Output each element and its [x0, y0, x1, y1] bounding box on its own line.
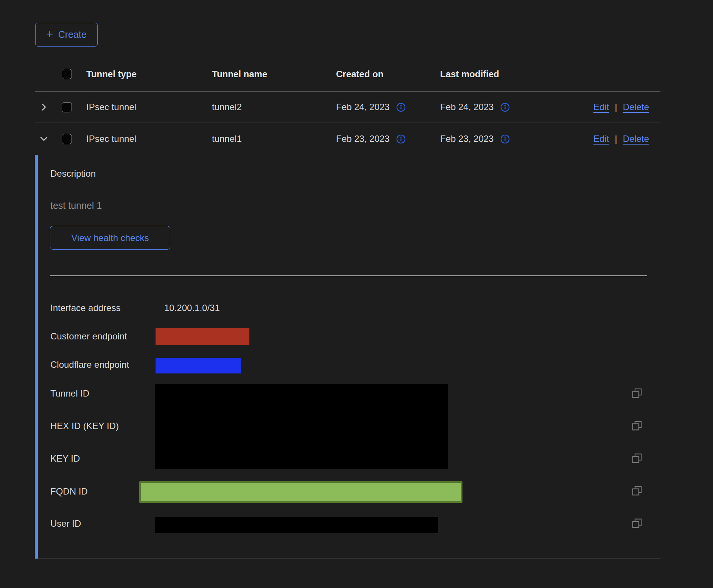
view-health-checks-label: View health checks: [71, 233, 149, 243]
header-checkbox-cell: [56, 69, 86, 79]
key-id-label: KEY ID: [50, 453, 80, 464]
customer-endpoint-label: Customer endpoint: [50, 331, 127, 342]
edit-link[interactable]: Edit: [593, 134, 609, 144]
plus-icon: +: [46, 28, 53, 40]
user-id-label: User ID: [50, 518, 81, 529]
cloudflare-endpoint-label: Cloudflare endpoint: [50, 359, 129, 370]
created-on-value: Feb 24, 2023: [336, 102, 389, 112]
tunnel-detail-panel: Description test tunnel 1 View health ch…: [35, 155, 660, 559]
fqdn-id-redacted-value: [139, 481, 462, 503]
last-modified-value: Feb 23, 2023: [440, 134, 493, 144]
interface-address-value: 10.200.1.0/31: [164, 303, 220, 313]
copy-icon[interactable]: [631, 453, 643, 464]
tunnel-name-cell: tunnel2: [212, 102, 336, 112]
copy-icon[interactable]: [631, 420, 643, 431]
info-icon[interactable]: [396, 103, 406, 112]
row-checkbox[interactable]: [62, 102, 72, 112]
table-row: IPsec tunnel tunnel2 Feb 24, 2023 Feb 24…: [35, 92, 660, 123]
copy-icon[interactable]: [631, 387, 643, 399]
chevron-down-icon[interactable]: [39, 134, 49, 144]
create-button-label: Create: [58, 29, 87, 40]
ids-redacted-value: [155, 384, 448, 469]
delete-link[interactable]: Delete: [623, 134, 649, 144]
fqdn-id-label: FQDN ID: [50, 486, 88, 497]
header-last-modified: Last modified: [440, 69, 549, 79]
tunnel-type-cell: IPsec tunnel: [86, 102, 212, 112]
header-tunnel-type: Tunnel type: [86, 69, 212, 79]
view-health-checks-button[interactable]: View health checks: [50, 226, 170, 250]
copy-icon[interactable]: [631, 485, 643, 496]
select-all-checkbox[interactable]: [62, 69, 72, 79]
hex-id-label: HEX ID (KEY ID): [50, 421, 119, 431]
tunnel-id-label: Tunnel ID: [50, 388, 89, 399]
info-icon[interactable]: [500, 134, 510, 144]
action-separator: |: [615, 102, 617, 112]
interface-address-label: Interface address: [50, 303, 120, 313]
tunnel-type-cell: IPsec tunnel: [86, 134, 212, 144]
last-modified-value: Feb 24, 2023: [440, 102, 493, 112]
tunnel-name-cell: tunnel1: [212, 134, 336, 144]
description-label: Description: [50, 168, 96, 179]
create-button[interactable]: + Create: [35, 23, 98, 47]
created-on-value: Feb 23, 2023: [336, 134, 389, 144]
info-icon[interactable]: [500, 103, 510, 112]
user-id-redacted-value: [155, 517, 438, 533]
row-checkbox[interactable]: [62, 134, 72, 144]
section-divider: [50, 275, 647, 276]
header-created-on: Created on: [336, 69, 440, 79]
header-tunnel-name: Tunnel name: [212, 69, 336, 79]
info-icon[interactable]: [396, 134, 406, 144]
table-header-row: Tunnel type Tunnel name Created on Last …: [35, 57, 660, 92]
description-value: test tunnel 1: [50, 200, 102, 211]
chevron-right-icon[interactable]: [39, 102, 49, 112]
cloudflare-endpoint-redacted-value: [156, 358, 241, 373]
edit-link[interactable]: Edit: [593, 102, 609, 112]
action-separator: |: [615, 134, 617, 144]
customer-endpoint-redacted-value: [156, 328, 249, 345]
tunnels-page: + Create Tunnel type Tunnel name Created…: [0, 0, 713, 588]
copy-icon[interactable]: [631, 518, 643, 529]
table-row: IPsec tunnel tunnel1 Feb 23, 2023 Feb 23…: [35, 123, 660, 155]
tunnels-table: Tunnel type Tunnel name Created on Last …: [35, 57, 660, 155]
delete-link[interactable]: Delete: [623, 102, 649, 112]
